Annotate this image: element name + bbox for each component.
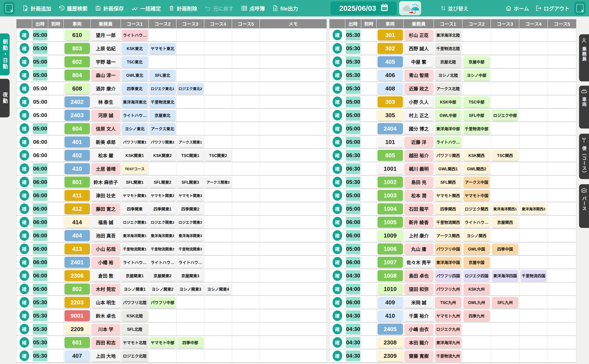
departure-time[interactable]: 06:30 xyxy=(346,163,360,174)
crew-chip[interactable]: 倉田 敦 xyxy=(91,270,120,281)
crew-chip[interactable]: 本田 龍介 xyxy=(404,337,433,348)
vehicle-chip[interactable]: 2203 xyxy=(65,297,90,308)
departure-time[interactable]: 06:00 xyxy=(33,139,47,145)
file-export-button[interactable]: file出力 xyxy=(272,5,298,12)
departure-time[interactable]: 05:30 xyxy=(33,324,47,334)
course-chip[interactable]: 東洋海洋四国 xyxy=(492,270,518,281)
confirm-badge[interactable]: 確 xyxy=(20,110,29,120)
course-chip[interactable]: ライトハウ… xyxy=(149,257,176,268)
departure-time[interactable]: 05:30 xyxy=(33,351,47,361)
departure-time[interactable]: 06:00 xyxy=(33,152,47,158)
course-chip[interactable]: 京屋東北 xyxy=(149,110,176,121)
course-chip[interactable]: 千里物流東北 xyxy=(149,96,176,107)
roll-call-button[interactable]: 点呼簿 xyxy=(241,5,265,12)
course-chip[interactable]: 四季関西 xyxy=(435,203,461,214)
vehicle-chip[interactable]: 9001 xyxy=(65,310,90,321)
crew-chip[interactable]: 信原 文人 xyxy=(91,123,120,134)
crew-chip[interactable]: 藤田 寛之 xyxy=(91,203,120,214)
vehicle-chip[interactable]: 305 xyxy=(377,110,403,121)
course-chip[interactable]: アークス関東1 xyxy=(177,136,204,147)
confirm-badge[interactable]: 確 xyxy=(20,177,29,187)
crew-chip[interactable]: 川本 学 xyxy=(91,324,120,335)
course-chip[interactable]: 千里物流関西 xyxy=(435,217,461,228)
crew-chip[interactable]: 青山 智規 xyxy=(404,70,433,81)
course-chip[interactable]: 千里物流北陸 xyxy=(435,43,461,54)
departure-time[interactable]: 05:00 xyxy=(346,97,360,107)
course-chip[interactable]: ロジエク東北2 xyxy=(177,83,204,94)
departure-time[interactable]: 05:30 xyxy=(346,30,360,40)
crew-chip[interactable]: 上原 佑紀 xyxy=(91,43,120,54)
confirm-badge[interactable]: 確 xyxy=(20,136,29,147)
departure-time[interactable]: 05:00 xyxy=(33,70,47,80)
confirm-badge[interactable]: 確 xyxy=(20,190,29,201)
course-chip[interactable]: ヤマモト北陸 xyxy=(122,337,148,348)
vehicle-chip[interactable]: 1003 xyxy=(377,190,403,201)
course-chip[interactable]: 東洋海洋関東2 xyxy=(149,230,176,241)
course-chip[interactable]: ライトハウ… xyxy=(122,29,148,40)
course-chip[interactable]: 京屋中部 xyxy=(463,56,490,67)
departure-time[interactable]: 05:00 xyxy=(33,85,47,92)
crew-chip[interactable]: 中屋 繁 xyxy=(404,56,433,67)
confirm-badge[interactable]: 確 xyxy=(333,190,342,201)
crew-chip[interactable]: 鈴木 麻依子 xyxy=(91,176,120,188)
vehicle-chip[interactable]: 409 xyxy=(377,297,403,308)
course-chip[interactable]: KSK九州 xyxy=(463,283,490,294)
departure-time[interactable]: 06:00 xyxy=(346,297,360,308)
vehicle-chip[interactable]: 2405 xyxy=(377,324,403,335)
crew-chip[interactable]: 島田 充 xyxy=(404,176,433,188)
confirm-badge[interactable]: 確 xyxy=(333,56,342,67)
vehicle-chip[interactable]: 407 xyxy=(65,350,90,361)
course-chip[interactable]: パワフリ北陸 xyxy=(122,297,148,308)
course-chip[interactable]: 東洋海洋関東3 xyxy=(177,230,204,241)
course-chip[interactable]: パワフリ中国 xyxy=(435,243,461,254)
course-chip[interactable]: ヨシノ関西 xyxy=(463,230,490,241)
course-chip[interactable]: 千里物流中部 xyxy=(463,123,490,134)
departure-time[interactable]: 05:00 xyxy=(346,244,360,254)
course-chip[interactable]: アークス東北 xyxy=(149,123,176,134)
course-chip[interactable]: アークス中国 xyxy=(463,176,490,188)
vehicle-chip[interactable]: 410 xyxy=(377,310,403,321)
vehicle-chip[interactable]: 301 xyxy=(377,29,403,40)
crew-chip[interactable]: 山本 明生 xyxy=(91,297,120,308)
departure-time[interactable]: 06:00 xyxy=(346,230,360,241)
confirm-badge[interactable]: 確 xyxy=(20,230,29,241)
confirm-badge[interactable]: 確 xyxy=(20,284,29,294)
departure-time[interactable]: 05:00 xyxy=(33,43,47,54)
vehicle-chip[interactable]: 401 xyxy=(65,136,90,147)
departure-time[interactable]: 05:30 xyxy=(33,337,47,348)
crew-chip[interactable]: 望月 一郎 xyxy=(91,29,120,40)
course-chip[interactable]: TSC東北 xyxy=(122,56,148,67)
vehicle-chip[interactable]: 610 xyxy=(65,29,90,40)
vehicle-chip[interactable]: 608 xyxy=(65,83,90,94)
vehicle-chip[interactable]: 408 xyxy=(377,83,403,94)
crew-chip[interactable]: 齋藤 寛樹 xyxy=(404,350,433,361)
course-chip[interactable]: 京屋中国 xyxy=(463,257,490,268)
vehicle-chip[interactable]: 402 xyxy=(65,150,90,161)
departure-time[interactable]: 06:00 xyxy=(33,203,47,214)
confirm-badge[interactable]: 確 xyxy=(333,244,342,254)
confirm-badge[interactable]: 確 xyxy=(333,310,342,321)
confirm-badge[interactable]: 確 xyxy=(333,297,342,308)
course-chip[interactable]: 東洋海洋北陸 xyxy=(435,29,461,40)
confirm-badge[interactable]: 確 xyxy=(20,310,29,321)
course-chip[interactable]: ヤマモト関東2 xyxy=(149,190,176,201)
course-chip[interactable]: 東洋海洋関西1 xyxy=(492,203,518,214)
vehicle-chip[interactable]: 303 xyxy=(377,96,403,107)
confirm-badge[interactable]: 確 xyxy=(20,150,29,161)
crew-chip[interactable]: 上田 大地 xyxy=(91,350,120,361)
confirm-badge[interactable]: 確 xyxy=(20,270,29,281)
course-chip[interactable]: パワフリ九州 xyxy=(435,283,461,294)
course-chip[interactable]: ヤマモト東北 xyxy=(149,43,176,54)
departure-time[interactable]: 06:00 xyxy=(33,230,47,241)
course-chip[interactable]: TSC中部 xyxy=(463,96,490,107)
confirm-badge[interactable]: 確 xyxy=(333,230,342,241)
departure-time[interactable]: 04:00 xyxy=(346,284,360,294)
course-chip[interactable]: SFL関東2 xyxy=(149,176,176,188)
course-chip[interactable]: ヨシノ北陸 xyxy=(435,70,461,81)
vehicle-chip[interactable]: 601 xyxy=(65,337,90,348)
vehicle-chip[interactable]: 1008 xyxy=(377,270,403,281)
course-chip[interactable]: SFL九州 xyxy=(492,297,518,308)
crew-chip[interactable]: 松本 潤 xyxy=(404,190,433,201)
course-chip[interactable]: 四季中部 xyxy=(177,337,204,348)
crew-chip[interactable]: 新美 卓郎 xyxy=(91,136,120,147)
